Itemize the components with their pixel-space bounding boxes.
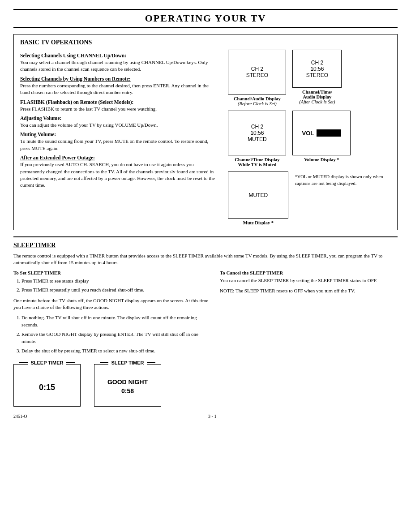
sleep-goodnight: GOOD NIGHT 0:58	[107, 378, 148, 395]
channel-time-muted-display: CH 2 10:56 MUTED	[228, 111, 286, 155]
muted-label: MUTED	[248, 136, 267, 142]
sleep-display-2-wrap: SLEEP TIMER GOOD NIGHT 0:58	[94, 364, 161, 407]
header-line-right-2	[147, 362, 155, 363]
sleep-timer-intro: The remote control is equipped with a TI…	[13, 253, 398, 266]
vol-text: VOL	[302, 130, 314, 137]
basic-tv-content: Selecting Channels Using CHANNEL Up/Down…	[20, 50, 391, 225]
sleep-note: NOTE: The SLEEP TIMER resets to OFF when…	[220, 287, 398, 294]
action-steps: Do nothing. The TV will shut off in one …	[21, 314, 211, 355]
set-step-2: Press TIMER repeatedly until you reach d…	[21, 286, 211, 294]
channel-time-audio-display: CH 2 10:56 STEREO	[292, 50, 342, 88]
vol-muted-note: *VOL or MUTED display is shown only when…	[295, 173, 391, 187]
display-row-2: CH 2 10:56 MUTED Channel/Time DisplayWhi…	[228, 111, 391, 167]
sleep-display-1-header: SLEEP TIMER	[19, 360, 75, 365]
header-line-left-2	[100, 362, 108, 363]
channel-audio-caption: Channel/Audio Display(Before Clock is Se…	[234, 96, 281, 106]
page-title: OPERATING YOUR TV	[13, 9, 398, 28]
para-title-1: Selecting Channels Using CHANNEL Up/Down…	[20, 53, 219, 58]
para-text-3: Press FLASHBK to return to the last TV c…	[20, 106, 219, 112]
para-text-1: You may select a channel through channel…	[20, 59, 219, 73]
header-line-right-1	[66, 362, 75, 363]
channel-audio-display: CH 2 STEREO	[228, 50, 286, 94]
sleep-display-2: SLEEP TIMER GOOD NIGHT 0:58	[94, 364, 161, 407]
volume-display-wrap: VOL Volume Display *	[292, 111, 351, 167]
para-title-3: FLASHBK (Flashback) on Remote (Select Mo…	[20, 99, 219, 105]
sleep-header-text-1: SLEEP TIMER	[28, 360, 66, 365]
set-step-1: Press TIMER to see status display	[21, 277, 211, 285]
para-title-5: Muting Volume:	[20, 132, 219, 137]
muted-only-label: MUTED	[249, 192, 268, 198]
time-label: 10:56	[310, 66, 324, 72]
goodnight-time: 0:58	[121, 387, 134, 395]
sleep-left-col: To Set SLEEP TIMER Press TIMER to see st…	[13, 270, 211, 407]
basic-tv-right: CH 2 STEREO Channel/Audio Display(Before…	[228, 50, 391, 225]
footer-left: 2451-O	[13, 414, 27, 419]
basic-tv-left: Selecting Channels Using CHANNEL Up/Down…	[20, 50, 219, 225]
ch2-time-label: CH 2	[311, 60, 323, 66]
sleep-display-1-wrap: SLEEP TIMER 0:15	[13, 364, 81, 407]
action-step-1: Do nothing. The TV will shut off in one …	[21, 314, 211, 329]
volume-display: VOL	[292, 111, 351, 155]
para-selecting-channels-updown: Selecting Channels Using CHANNEL Up/Down…	[20, 53, 219, 73]
para-title-2: Selecting Channels by Using Numbers on R…	[20, 76, 219, 82]
channel-time-audio-display-wrap: CH 2 10:56 STEREO Channel/Time/Audio Dis…	[292, 50, 342, 106]
channel-audio-display-wrap: CH 2 STEREO Channel/Audio Display(Before…	[228, 50, 286, 106]
sleep-right-col: To Cancel the SLEEP TIMER You can cancel…	[220, 270, 398, 407]
para-text-2: Press the numbers corresponding to the c…	[20, 82, 219, 96]
para-power-outage: After an Extended Power Outage: If you p…	[20, 155, 219, 189]
cancel-sleep-text: You can cancel the SLEEP TIMER by settin…	[220, 277, 398, 284]
set-sleep-steps: Press TIMER to see status display Press …	[21, 277, 211, 294]
basic-tv-section: BASIC TV OPERATIONS Selecting Channels U…	[13, 34, 398, 230]
cancel-sleep-title: To Cancel the SLEEP TIMER	[220, 270, 398, 275]
footer: 2451-O 3 - 1	[13, 414, 398, 419]
sleep-timer-title: SLEEP TIMER	[13, 242, 398, 249]
mute-display-caption: Mute Display *	[243, 220, 274, 225]
ch2-label: CH 2	[251, 66, 263, 72]
sleep-timer-displays: SLEEP TIMER 0:15 SLEEP TIMER	[13, 364, 211, 407]
channel-time-audio-caption: Channel/Time/Audio Display(After Clock i…	[299, 90, 335, 104]
action-step-2: Remove the GOOD NIGHT display by pressin…	[21, 330, 211, 345]
action-step-3: Delay the shut off by pressing TIMER to …	[21, 347, 211, 355]
set-sleep-title: To Set SLEEP TIMER	[13, 270, 211, 275]
stereo-time-label: STEREO	[306, 72, 328, 78]
time-muted-label: 10:56	[250, 130, 264, 136]
channel-time-muted-caption: Channel/Time DisplayWhile TV is Muted	[235, 157, 279, 167]
display-row-1: CH 2 STEREO Channel/Audio Display(Before…	[228, 50, 391, 106]
para-flashbk: FLASHBK (Flashback) on Remote (Select Mo…	[20, 99, 219, 112]
goodnight-text: GOOD NIGHT	[107, 378, 148, 386]
vol-bar-container: VOL	[302, 129, 342, 137]
para-adjusting-volume: Adjusting Volume: You can adjust the vol…	[20, 116, 219, 129]
para-muting-volume: Muting Volume: To mute the sound coming …	[20, 132, 219, 152]
sleep-timer-section: SLEEP TIMER The remote control is equipp…	[13, 236, 398, 407]
ch2-muted-label: CH 2	[251, 124, 263, 130]
para-selecting-numbers: Selecting Channels by Using Numbers on R…	[20, 76, 219, 96]
para-title-6: After an Extended Power Outage:	[20, 155, 219, 160]
mute-display-wrap: MUTED Mute Display *	[228, 172, 288, 225]
sleep-content: To Set SLEEP TIMER Press TIMER to see st…	[13, 270, 398, 407]
sleep-display-1: SLEEP TIMER 0:15	[13, 364, 81, 407]
sleep-time-1: 0:15	[39, 383, 55, 392]
vol-bar	[317, 129, 341, 137]
set-sleep-para: One minute before the TV shuts off, the …	[13, 297, 211, 311]
volume-display-caption: Volume Display *	[304, 157, 339, 162]
sleep-header-text-2: SLEEP TIMER	[108, 360, 146, 365]
muted-row: MUTED Mute Display * *VOL or MUTED displ…	[228, 172, 391, 225]
header-line-left-1	[19, 362, 28, 363]
basic-tv-title: BASIC TV OPERATIONS	[20, 39, 391, 46]
footer-center: 3 - 1	[208, 414, 216, 419]
mute-display: MUTED	[228, 172, 288, 219]
para-text-5: To mute the sound coming from your TV, p…	[20, 138, 219, 152]
stereo-label: STEREO	[246, 72, 268, 78]
para-text-4: You can adjust the volume of your TV by …	[20, 122, 219, 129]
sleep-display-2-header: SLEEP TIMER	[100, 360, 155, 365]
para-title-4: Adjusting Volume:	[20, 116, 219, 121]
para-text-6: If you previously used AUTO CH. SEARCH, …	[20, 161, 219, 189]
channel-time-muted-display-wrap: CH 2 10:56 MUTED Channel/Time DisplayWhi…	[228, 111, 286, 167]
